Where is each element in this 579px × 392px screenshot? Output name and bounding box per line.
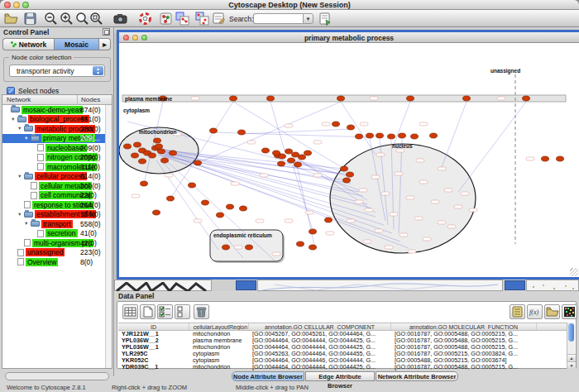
node-selected[interactable] xyxy=(217,213,224,218)
node-selected[interactable] xyxy=(227,204,234,209)
zoom-in-icon[interactable] xyxy=(60,12,74,26)
table-row[interactable]: YKR052Ccytoplasm[GO:0044464, GO:0044446,… xyxy=(118,357,569,364)
float-panel-icon[interactable] xyxy=(103,28,110,36)
column-divider[interactable] xyxy=(77,95,78,105)
node-unselected[interactable] xyxy=(355,200,363,203)
node-unselected[interactable] xyxy=(396,149,404,152)
node-unselected[interactable] xyxy=(365,208,373,212)
network-window-titlebar[interactable]: primary metabolic process xyxy=(119,32,579,43)
tab-network[interactable]: Network xyxy=(2,38,54,50)
edge[interactable] xyxy=(270,102,285,151)
edge[interactable] xyxy=(341,102,376,155)
table-row[interactable]: YDR039C__1mitochondrion[GO:0044464, GO:0… xyxy=(118,364,569,370)
node-selected[interactable] xyxy=(246,245,253,250)
column-header[interactable]: annotation.GO CELLULAR_COMPONENT xyxy=(249,323,391,330)
node-unselected[interactable] xyxy=(371,175,380,179)
node-selected[interactable] xyxy=(297,241,304,246)
node-unselected[interactable] xyxy=(416,159,424,162)
network-merge-icon[interactable] xyxy=(195,12,209,26)
node-selected[interactable] xyxy=(347,172,354,177)
tree-row[interactable]: ▼transport558(0) xyxy=(2,219,112,229)
node-selected[interactable] xyxy=(202,200,209,205)
tree-row[interactable]: macromolecule311(0) xyxy=(2,162,112,172)
edge[interactable] xyxy=(392,102,410,149)
node-selected[interactable] xyxy=(149,153,156,158)
node-selected[interactable] xyxy=(341,166,348,171)
node-selected[interactable] xyxy=(333,122,340,127)
delete-attribute-icon[interactable] xyxy=(194,304,209,319)
node-selected[interactable] xyxy=(376,133,384,138)
node-selected[interactable] xyxy=(542,156,549,161)
node-selected[interactable] xyxy=(279,154,286,159)
tree-row[interactable]: nucleobase-209(0) xyxy=(2,143,112,153)
node-selected[interactable] xyxy=(156,144,163,149)
node-selected[interactable] xyxy=(161,158,169,163)
node-selected[interactable] xyxy=(557,156,564,161)
scrollbar-fragment[interactable] xyxy=(236,280,256,290)
node-selected[interactable] xyxy=(388,134,395,139)
node-unselected[interactable] xyxy=(431,200,439,203)
tree-row[interactable]: ▼biological_process651(0) xyxy=(2,115,112,125)
node-selected[interactable] xyxy=(325,218,333,222)
open-folder-icon[interactable] xyxy=(4,12,18,26)
node-unselected[interactable] xyxy=(285,219,293,222)
node-unselected[interactable] xyxy=(414,217,423,220)
node-selected[interactable] xyxy=(407,96,414,101)
node-unselected[interactable] xyxy=(385,246,393,249)
tree-row[interactable]: cell communicat22(0) xyxy=(2,191,112,201)
tree-row[interactable]: ▼metabolic process280(0) xyxy=(2,124,112,134)
node-unselected[interactable] xyxy=(497,97,505,100)
node-unselected[interactable] xyxy=(376,153,385,156)
search-dropdown-icon[interactable]: ▼ xyxy=(303,13,313,24)
tree-header[interactable]: Network Nodes xyxy=(2,95,112,105)
tree-row[interactable]: cellular metabol209(0) xyxy=(2,181,112,191)
edge[interactable] xyxy=(442,102,467,167)
node-selected[interactable] xyxy=(292,152,299,157)
node-unselected[interactable] xyxy=(438,221,446,224)
resize-grip[interactable] xyxy=(570,268,578,276)
node-selected[interactable] xyxy=(411,134,419,139)
node-selected[interactable] xyxy=(167,196,175,201)
node-unselected[interactable] xyxy=(447,225,456,228)
edge[interactable] xyxy=(458,102,526,192)
node-unselected[interactable] xyxy=(313,174,322,177)
node-selected[interactable] xyxy=(194,160,202,165)
zoom-fit-icon[interactable] xyxy=(75,12,89,26)
tree-row[interactable]: mosaic-demo-yeast874(0) xyxy=(2,105,112,115)
node-selected[interactable] xyxy=(337,96,345,101)
tree-row[interactable]: multi-organism pro42(0) xyxy=(2,238,112,248)
edge[interactable] xyxy=(213,132,370,137)
node-unselected[interactable] xyxy=(272,252,280,256)
search-options-icon[interactable] xyxy=(318,12,333,26)
node-unselected[interactable] xyxy=(247,141,256,144)
node-selected[interactable] xyxy=(366,133,374,138)
node-unselected[interactable] xyxy=(305,211,313,214)
column-header[interactable]: ID xyxy=(118,323,189,330)
node-selected[interactable] xyxy=(356,134,363,139)
node-selected[interactable] xyxy=(309,229,317,234)
zoom-selected-icon[interactable] xyxy=(89,12,103,26)
open-attributes-icon[interactable] xyxy=(544,304,560,319)
node-selected[interactable] xyxy=(278,161,285,166)
node-selected[interactable] xyxy=(523,96,530,101)
node-unselected[interactable] xyxy=(406,196,414,199)
unselect-attributes-icon[interactable] xyxy=(175,304,190,319)
scrollbar-fragment[interactable] xyxy=(505,280,525,290)
tab-edge-attribute-browser[interactable]: Edge Attribute Browser xyxy=(305,371,375,381)
node-unselected[interactable] xyxy=(165,174,173,177)
node-unselected[interactable] xyxy=(461,192,469,195)
background-window-fragment[interactable] xyxy=(257,280,503,291)
node-unselected[interactable] xyxy=(375,229,383,232)
background-window-fragment[interactable] xyxy=(526,280,579,291)
node-selected[interactable] xyxy=(285,149,293,154)
node-unselected[interactable] xyxy=(191,97,199,100)
node-selected[interactable] xyxy=(154,138,161,143)
search-input[interactable] xyxy=(253,13,303,24)
tree-row[interactable]: nitrogen compo209(0) xyxy=(2,153,112,163)
column-header[interactable] xyxy=(537,323,569,330)
node-unselected[interactable] xyxy=(390,213,398,216)
table-icon[interactable] xyxy=(122,304,138,319)
node-unselected[interactable] xyxy=(347,219,355,222)
tree-row[interactable]: ▼cellular process614(0) xyxy=(2,172,112,182)
node-selected[interactable] xyxy=(347,125,355,130)
